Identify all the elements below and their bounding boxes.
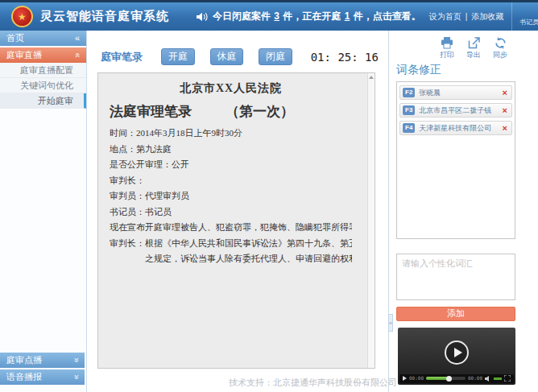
app-window: ★ 灵云智能语音庭审系统 今日闭庭案件 3 件，正在开庭 1 件，点击查看。 设…	[0, 0, 538, 392]
close-court-button[interactable]: 闭庭	[259, 48, 292, 65]
document-line: 书记员：书记员	[110, 204, 352, 221]
term-entry-list: F2 张晓晨 × F3 北京市昌平区二拨子镇 × F4 天津新星科技有限公司 ×	[396, 81, 515, 239]
open-court-button[interactable]: 开庭	[161, 48, 195, 65]
case-announcement-link[interactable]: 今日闭庭案件 3 件，正在开庭 1 件，点击查看。	[197, 10, 421, 23]
delete-icon[interactable]: ×	[503, 89, 507, 97]
hearing-timer: 01: 25: 16	[311, 51, 379, 64]
court-emblem-logo: ★	[11, 6, 33, 27]
court-name: 北京市XX人民法院	[110, 81, 352, 96]
sidebar-item-home[interactable]: 首页 «	[0, 31, 86, 46]
document-line: 审判员：代理审判员	[110, 188, 352, 204]
record-title: 法庭审理笔录	[110, 104, 192, 119]
term-entry[interactable]: F4 天津新星科技有限公司 ×	[399, 121, 512, 135]
panel-collapse-handle[interactable]: «	[388, 314, 393, 332]
recess-button[interactable]: 休庭	[210, 48, 244, 65]
greeting-text: 书记员，中午好！	[519, 18, 538, 27]
correction-panel: « 打印 导出	[388, 31, 538, 392]
export-button[interactable]: 导出	[466, 37, 481, 60]
closed-cases-count[interactable]: 3	[273, 10, 280, 22]
record-session: （第一次）	[226, 104, 294, 119]
hotkey-badge: F3	[403, 105, 415, 115]
sidebar-section-trial-vod[interactable]: 庭审点播 «	[0, 353, 85, 369]
browser-links: 设为首页 | 添加收藏	[421, 2, 512, 31]
content-area: 首页 « 庭审直播 « 庭审直播配置 关键词句优化 开始庭审 庭审点播 « 语音…	[0, 31, 538, 392]
record-heading: 法庭审理笔录（第一次）	[110, 102, 352, 121]
court-record-document: 北京市XX人民法院 法庭审理笔录（第一次） 时间：2014年3月18日上午9时3…	[97, 72, 375, 369]
document-tools: 打印 导出 同步	[396, 37, 515, 60]
sidebar-item-keyword-optimize[interactable]: 关键词句优化	[0, 78, 86, 93]
set-homepage-link[interactable]: 设为首页	[429, 11, 461, 23]
document-line: 现在宣布开庭审理被告人、犯盗窃罪，犯掩饰、隐瞒犯罪所得罪一案	[110, 220, 352, 236]
header-right-group: 设为首页 | 添加收藏 书记员，中午好！ 退出登录	[421, 2, 538, 31]
document-line: 审判长：根据《中华人民共和国民事诉讼法》第四十九条、第五十条、第五十一条	[110, 236, 352, 252]
add-favorite-link[interactable]: 添加收藏	[471, 11, 503, 23]
export-label: 导出	[466, 50, 481, 60]
document-scrollbar[interactable]	[367, 73, 375, 368]
announcement-text: 今日闭庭案件 3 件，正在开庭 1 件，点击查看。	[213, 10, 421, 23]
sidebar-section-voice-broadcast[interactable]: 语音播报 «	[0, 369, 85, 386]
print-label: 打印	[440, 50, 454, 60]
expand-down-icon: «	[71, 357, 80, 362]
voice-broadcast-label: 语音播报	[6, 371, 42, 383]
expand-down-icon: «	[71, 374, 80, 379]
document-line: 审判长：	[110, 173, 352, 189]
trial-toolbar: 庭审笔录 开庭 休庭 闭庭 01: 25: 16	[101, 48, 379, 65]
footer-support-text: 技术支持：北京捷通华声科技股份有限公司	[88, 377, 538, 389]
sync-icon	[495, 37, 507, 49]
document-line: 之规定，诉讼当事人除有委托代理人、申请回避的权利外...	[110, 251, 352, 267]
document-line: 时间：2014年3月18日上午9时30分	[110, 126, 352, 142]
play-icon	[454, 348, 462, 357]
top-header-bar: ★ 灵云智能语音庭审系统 今日闭庭案件 3 件，正在开庭 1 件，点击查看。 设…	[0, 0, 538, 31]
term-entry[interactable]: F2 张晓晨 ×	[399, 85, 512, 100]
hotkey-badge: F4	[403, 123, 415, 133]
print-button[interactable]: 打印	[440, 37, 454, 60]
video-player: 00:00 00:00	[398, 328, 515, 385]
collapse-up-icon: «	[72, 52, 81, 57]
trial-vod-label: 庭审点播	[6, 354, 42, 366]
export-icon	[468, 37, 480, 49]
custom-term-input[interactable]	[396, 254, 515, 300]
collapse-left-icon: «	[75, 34, 80, 43]
print-icon	[441, 37, 453, 49]
delete-icon[interactable]: ×	[503, 106, 507, 115]
delete-icon[interactable]: ×	[503, 124, 507, 133]
main-panel: 庭审笔录 开庭 休庭 闭庭 01: 25: 16 北京市XX人民法院 法庭审理笔…	[88, 31, 388, 392]
sync-button[interactable]: 同步	[493, 37, 507, 60]
sidebar: 首页 « 庭审直播 « 庭审直播配置 关键词句优化 开始庭审 庭审点播 « 语音…	[0, 31, 87, 392]
speaker-icon	[197, 12, 208, 22]
term-text: 张晓晨	[419, 88, 502, 98]
document-line: 是否公开审理：公开	[110, 157, 352, 173]
home-label: 首页	[6, 32, 24, 44]
term-text: 北京市昌平区二拨子镇	[419, 105, 502, 116]
emblem-star-icon: ★	[18, 12, 27, 22]
sidebar-section-trial-live[interactable]: 庭审直播 «	[0, 47, 86, 63]
play-button[interactable]	[445, 340, 469, 365]
term-correction-title: 词条修正	[396, 63, 515, 77]
sidebar-item-live-config[interactable]: 庭审直播配置	[0, 63, 86, 78]
app-title: 灵云智能语音庭审系统	[40, 9, 169, 24]
scroll-up-icon[interactable]	[368, 73, 375, 81]
term-entry[interactable]: F3 北京市昌平区二拨子镇 ×	[399, 103, 512, 118]
add-term-button[interactable]: 添加	[396, 307, 515, 321]
user-greeting-block: 书记员，中午好！	[511, 2, 538, 31]
sidebar-item-start-trial[interactable]: 开始庭审	[0, 93, 86, 109]
term-text: 天津新星科技有限公司	[419, 123, 502, 134]
link-separator: |	[466, 12, 468, 21]
sync-label: 同步	[493, 50, 507, 60]
hotkey-badge: F2	[403, 88, 415, 97]
trial-record-title: 庭审笔录	[101, 50, 143, 64]
trial-live-label: 庭审直播	[6, 49, 42, 61]
document-line: 地点：第九法庭	[110, 142, 352, 158]
